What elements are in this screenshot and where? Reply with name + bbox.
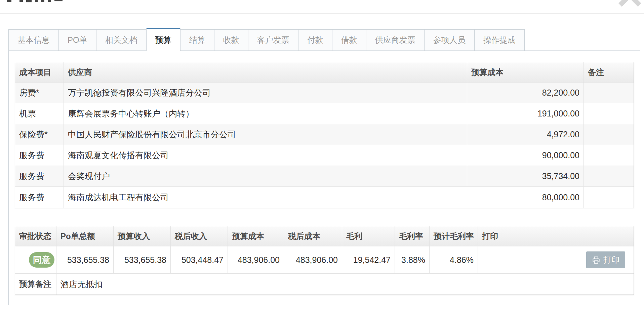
expected-gross-margin-cell: 4.86% — [430, 246, 478, 274]
status-badge: 同意 — [29, 252, 54, 268]
tab-related-docs[interactable]: 相关文档 — [96, 29, 147, 51]
title-fragment — [48, 0, 51, 2]
table-row: 服务费 会奖现付户 35,734.00 — [15, 166, 634, 187]
tab-budget[interactable]: 预算 — [146, 28, 180, 51]
budget-remark-value: 酒店无抵扣 — [56, 274, 634, 295]
print-button[interactable]: 打印 — [586, 251, 625, 268]
summary-data-row: 同意 533,655.38 533,655.38 503,448.47 483,… — [15, 246, 634, 274]
after-tax-income-cell: 503,448.47 — [171, 246, 228, 274]
title-fragment — [7, 0, 11, 2]
approval-status-cell: 同意 — [15, 246, 56, 274]
gross-profit-cell: 19,542.47 — [342, 246, 395, 274]
budget-items-table: 成本项目 供应商 预算成本 备注 房费* 万宁凯德投资有限公司兴隆酒店分公司 8… — [15, 62, 634, 208]
cost-item-cell: 房费* — [15, 82, 64, 103]
budget-cost-cell: 4,972.00 — [467, 124, 584, 145]
tab-customer-invoices[interactable]: 客户发票 — [248, 29, 298, 51]
summary-header-row: 审批状态 Po单总额 预算收入 税后收入 预算成本 税后成本 毛利 毛利率 预计… — [15, 226, 634, 246]
tab-po-order[interactable]: PO单 — [58, 29, 96, 51]
table-row: 服务费 海南观夏文化传播有限公司 90,000.00 — [15, 145, 634, 166]
remark-cell — [584, 187, 634, 208]
printer-icon — [592, 256, 600, 264]
col-budget-cost: 预算成本 — [228, 226, 284, 246]
tab-bar: 基本信息 PO单 相关文档 预算 结算 收款 客户发票 付款 借款 供应商发票 … — [8, 28, 524, 51]
supplier-cell: 海南成达机电工程有限公司 — [64, 187, 467, 208]
supplier-cell: 万宁凯德投资有限公司兴隆酒店分公司 — [64, 82, 467, 103]
tab-operation-commission[interactable]: 操作提成 — [474, 29, 525, 51]
table-row: 服务费 海南成达机电工程有限公司 80,000.00 — [15, 187, 634, 208]
cost-item-cell: 机票 — [15, 103, 64, 124]
supplier-cell: 海南观夏文化传播有限公司 — [64, 145, 467, 166]
cost-item-cell: 服务费 — [15, 145, 64, 166]
supplier-cell: 会奖现付户 — [64, 166, 467, 187]
title-fragment — [41, 0, 44, 2]
close-icon — [618, 0, 641, 7]
cost-item-cell: 服务费 — [15, 187, 64, 208]
col-remark: 备注 — [584, 62, 634, 82]
col-budget-income: 预算收入 — [114, 226, 171, 246]
budget-remark-label: 预算备注 — [15, 274, 56, 295]
tab-basic-info[interactable]: 基本信息 — [8, 29, 59, 51]
remark-cell — [584, 145, 634, 166]
table-row: 机票 康辉会展票务中心转账户（内转） 191,000.00 — [15, 103, 634, 124]
budget-summary-table: 审批状态 Po单总额 预算收入 税后收入 预算成本 税后成本 毛利 毛利率 预计… — [15, 226, 634, 295]
po-total-cell: 533,655.38 — [56, 246, 114, 274]
supplier-cell: 中国人民财产保险股份有限公司北京市分公司 — [64, 124, 467, 145]
print-button-label: 打印 — [603, 254, 619, 265]
col-after-tax-cost: 税后成本 — [284, 226, 342, 246]
title-fragment — [26, 0, 32, 2]
budget-cost-cell: 483,906.00 — [228, 246, 284, 274]
cost-item-cell: 保险费* — [15, 124, 64, 145]
cost-item-cell: 服务费 — [15, 166, 64, 187]
title-fragment — [54, 0, 63, 1]
col-expected-gross-margin: 预计毛利率 — [430, 226, 478, 246]
budget-cost-cell: 90,000.00 — [467, 145, 584, 166]
col-po-total: Po单总额 — [56, 226, 114, 246]
tab-participants[interactable]: 参项人员 — [424, 29, 475, 51]
col-gross-profit: 毛利 — [342, 226, 395, 246]
header-divider — [0, 13, 644, 14]
remark-cell — [584, 82, 634, 103]
tab-receipts[interactable]: 收款 — [214, 29, 248, 51]
supplier-cell: 康辉会展票务中心转账户（内转） — [64, 103, 467, 124]
tab-payments[interactable]: 付款 — [298, 29, 332, 51]
after-tax-cost-cell: 483,906.00 — [284, 246, 342, 274]
col-supplier: 供应商 — [64, 62, 467, 82]
tab-settlement[interactable]: 结算 — [180, 29, 214, 51]
col-budget-cost: 预算成本 — [467, 62, 584, 82]
title-fragment — [19, 0, 23, 2]
close-button[interactable] — [618, 0, 641, 7]
remark-cell — [584, 103, 634, 124]
tab-loans[interactable]: 借款 — [332, 29, 366, 51]
budget-cost-cell: 35,734.00 — [467, 166, 584, 187]
remark-cell — [584, 166, 634, 187]
budget-remark-row: 预算备注 酒店无抵扣 — [15, 274, 634, 295]
table-row: 保险费* 中国人民财产保险股份有限公司北京市分公司 4,972.00 — [15, 124, 634, 145]
tab-supplier-invoices[interactable]: 供应商发票 — [366, 29, 425, 51]
budget-tab-page: 基本信息 PO单 相关文档 预算 结算 收款 客户发票 付款 借款 供应商发票 … — [0, 0, 644, 309]
budget-cost-cell: 80,000.00 — [467, 187, 584, 208]
print-cell: 打印 — [478, 246, 634, 274]
gross-margin-cell: 3.88% — [395, 246, 430, 274]
col-after-tax-income: 税后收入 — [171, 226, 228, 246]
remark-cell — [584, 124, 634, 145]
col-approval-status: 审批状态 — [15, 226, 56, 246]
budget-cost-cell: 82,200.00 — [467, 82, 584, 103]
title-fragment — [35, 0, 38, 2]
table-row: 房费* 万宁凯德投资有限公司兴隆酒店分公司 82,200.00 — [15, 82, 634, 103]
col-print: 打印 — [478, 226, 634, 246]
budget-income-cell: 533,655.38 — [114, 246, 171, 274]
col-cost-item: 成本项目 — [15, 62, 64, 82]
budget-cost-cell: 191,000.00 — [467, 103, 584, 124]
clipped-window-title — [7, 0, 63, 3]
col-gross-margin: 毛利率 — [395, 226, 430, 246]
budget-items-header-row: 成本项目 供应商 预算成本 备注 — [15, 62, 634, 82]
